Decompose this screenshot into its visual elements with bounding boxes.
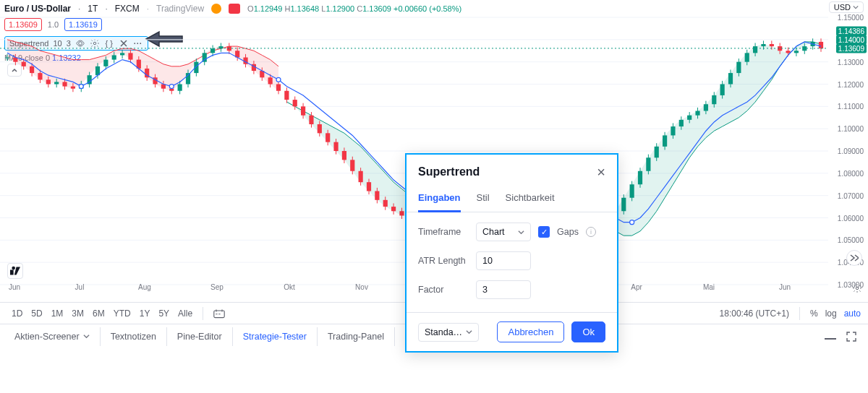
svg-rect-186 (704, 104, 708, 111)
svg-rect-108 (383, 200, 388, 207)
factor-input[interactable]: 3 (476, 280, 531, 299)
clock-time[interactable]: 18:00:46 (UTC+1) (720, 308, 789, 319)
price-label: 1.14000 (836, 35, 867, 44)
auto-toggle[interactable]: auto (844, 308, 861, 319)
svg-rect-110 (391, 207, 396, 211)
interval-label[interactable]: 1T (88, 4, 98, 14)
x-tick: Jul (75, 283, 85, 291)
svg-point-220 (630, 220, 634, 225)
svg-rect-174 (655, 147, 659, 157)
interval-ytd[interactable]: YTD (109, 306, 135, 321)
svg-point-222 (856, 287, 859, 290)
svg-rect-202 (770, 44, 774, 46)
svg-rect-106 (375, 191, 379, 200)
svg-point-215 (79, 85, 83, 89)
dialog-title: Supertrend (418, 165, 480, 178)
interval-1m[interactable]: 1M (47, 306, 68, 321)
svg-rect-40 (103, 60, 108, 66)
svg-rect-172 (646, 157, 650, 171)
scroll-to-recent-button[interactable] (846, 250, 862, 266)
svg-rect-214 (819, 42, 823, 48)
log-toggle[interactable]: log (825, 308, 837, 319)
x-tick: Apr (631, 283, 642, 291)
info-icon[interactable]: i (586, 227, 596, 237)
y-tick: 1.07000 (838, 191, 864, 199)
dialog-tab-eingaben[interactable]: Eingaben (418, 188, 461, 212)
chevron-down-icon (83, 333, 90, 340)
warning-icon (211, 4, 221, 14)
svg-rect-86 (293, 100, 297, 106)
svg-rect-102 (359, 171, 363, 182)
svg-rect-24 (38, 73, 42, 79)
svg-rect-94 (326, 133, 330, 142)
svg-rect-30 (62, 82, 67, 86)
svg-rect-66 (210, 48, 215, 53)
interval-5d[interactable]: 5D (27, 306, 46, 321)
axis-settings-icon[interactable] (852, 283, 862, 293)
interval-3m[interactable]: 3M (67, 306, 88, 321)
interval-1d[interactable]: 1D (7, 306, 27, 321)
svg-rect-90 (309, 116, 313, 124)
interval-alle[interactable]: Alle (174, 306, 197, 321)
svg-rect-166 (621, 198, 626, 212)
svg-rect-92 (318, 124, 322, 133)
interval-6m[interactable]: 6M (88, 306, 109, 321)
bottom-tab-pine-editor[interactable]: Pine-Editor (167, 327, 233, 346)
interval-1y[interactable]: 1Y (135, 306, 155, 321)
bottom-tab-aktien-screener[interactable]: Aktien-Screener (4, 327, 101, 346)
svg-point-217 (276, 77, 281, 82)
timeframe-select[interactable]: Chart (476, 223, 531, 241)
price-label: 1.13609 (836, 43, 867, 53)
svg-rect-188 (712, 95, 716, 104)
ok-button[interactable]: Ok (571, 321, 605, 342)
svg-point-216 (169, 85, 174, 89)
svg-rect-46 (128, 53, 132, 59)
svg-rect-200 (761, 44, 765, 46)
x-tick: Sep (210, 283, 224, 291)
svg-rect-112 (399, 211, 404, 215)
svg-rect-170 (638, 171, 642, 185)
minimize-icon[interactable] (825, 333, 836, 340)
svg-rect-44 (120, 53, 124, 55)
svg-rect-206 (786, 51, 790, 53)
y-tick: 1.13000 (838, 58, 864, 66)
svg-rect-16 (5, 58, 9, 59)
dialog-tab-sichtbarkeit[interactable]: Sichtbarkeit (506, 188, 555, 212)
chevron-down-icon (853, 4, 859, 10)
goto-date-button[interactable] (209, 306, 229, 321)
svg-rect-194 (736, 62, 741, 73)
defaults-select[interactable]: Standa… (418, 323, 479, 342)
svg-rect-196 (745, 53, 749, 61)
svg-rect-104 (367, 182, 371, 191)
y-tick: 1.11000 (838, 103, 864, 111)
interval-5y[interactable]: 5Y (154, 306, 174, 321)
x-tick: Nov (355, 283, 368, 291)
svg-rect-26 (46, 79, 51, 84)
y-tick: 1.05000 (838, 236, 864, 244)
svg-rect-208 (794, 51, 799, 53)
symbol-name[interactable]: Euro / US-Dollar (4, 4, 71, 14)
bottom-tab-strategie-tester[interactable]: Strategie-Tester (233, 327, 318, 346)
y-tick: 1.06000 (838, 214, 864, 222)
bottom-tab-trading-panel[interactable]: Trading-Panel (318, 327, 395, 346)
currency-selector[interactable]: USD (829, 1, 864, 13)
svg-rect-176 (663, 135, 667, 146)
percent-toggle[interactable]: % (810, 308, 818, 319)
y-tick: 1.09000 (838, 147, 864, 155)
svg-rect-84 (284, 91, 289, 100)
y-tick: 1.08000 (838, 169, 864, 177)
svg-rect-32 (71, 87, 75, 89)
atr-length-input[interactable]: 10 (476, 251, 531, 270)
tradingview-logo[interactable] (7, 263, 23, 279)
fullscreen-icon[interactable] (846, 332, 856, 342)
dialog-tab-stil[interactable]: Stil (477, 188, 490, 212)
svg-rect-190 (720, 85, 725, 95)
svg-rect-82 (276, 85, 281, 91)
indicator-settings-dialog: Supertrend × EingabenStilSichtbarkeit Ti… (405, 153, 618, 353)
svg-rect-178 (671, 126, 675, 135)
bottom-tab-textnotizen[interactable]: Textnotizen (101, 327, 167, 346)
dialog-close-button[interactable]: × (597, 165, 605, 179)
provider-label: FXCM (115, 4, 140, 14)
gaps-checkbox[interactable]: ✓ (538, 226, 550, 238)
cancel-button[interactable]: Abbrechen (497, 321, 564, 342)
